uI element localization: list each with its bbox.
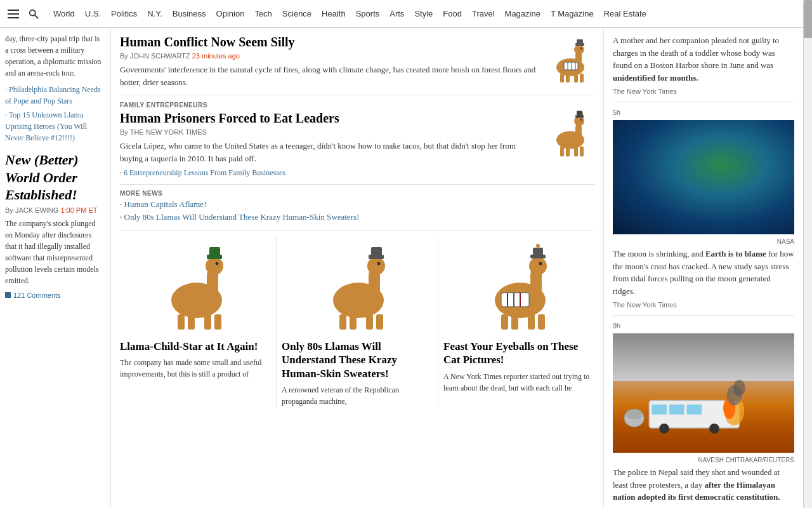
card-2-body: A renowned veteran of the Republican pro… [282, 384, 433, 407]
article-1: Human Conflict Now Seem Silly By JOHN SC… [120, 28, 594, 95]
svg-rect-74 [687, 404, 702, 415]
right-sidebar: A mother and her companion pleaded not g… [604, 28, 794, 508]
comments-link[interactable]: 121 Comments [5, 291, 104, 299]
article-1-main: Human Conflict Now Seem Silly By JOHN SC… [120, 34, 594, 88]
svg-point-80 [733, 380, 745, 396]
right-item-2-image [613, 120, 794, 234]
svg-point-35 [216, 262, 219, 265]
left-headline[interactable]: New (Better) World Order Established! [5, 151, 104, 204]
scrollbar[interactable] [803, 0, 812, 508]
card-1-image [120, 237, 271, 332]
svg-rect-27 [580, 147, 584, 157]
right-item-1: A mother and her companion pleaded not g… [613, 28, 794, 102]
hamburger-icon[interactable] [8, 10, 19, 18]
article-1-byline-time: 23 minutes ago [192, 52, 240, 60]
nav-business[interactable]: Business [167, 9, 211, 18]
article-1-text: Human Conflict Now Seem Silly By JOHN SC… [120, 34, 537, 88]
article-1-headline[interactable]: Human Conflict Now Seem Silly [120, 34, 537, 50]
nav-health[interactable]: Health [317, 9, 351, 18]
card-3-image [443, 237, 594, 332]
svg-rect-10 [574, 74, 578, 83]
svg-point-47 [377, 262, 381, 265]
search-icon[interactable] [28, 8, 39, 20]
card-1: Llama-Child-Star at It Again! The compan… [120, 237, 277, 407]
svg-rect-38 [204, 314, 211, 330]
right-item-3-image [613, 333, 794, 453]
top-navigation: World U.S. Politics N.Y. Business Opinio… [0, 0, 812, 28]
article-2-label: FAMILY ENTREPRENEURS [120, 102, 537, 109]
svg-point-82 [626, 410, 642, 420]
nav-ny[interactable]: N.Y. [142, 9, 167, 18]
more-news-link-2[interactable]: Only 80s Llamas Will Understand These Kr… [120, 212, 594, 222]
nav-arts[interactable]: Arts [384, 9, 409, 18]
card-1-headline[interactable]: Llama-Child-Star at It Again! [120, 340, 271, 353]
nav-opinion[interactable]: Opinion [211, 9, 250, 18]
scrollbar-thumb[interactable] [804, 0, 812, 38]
svg-rect-41 [209, 247, 220, 256]
svg-point-23 [580, 119, 582, 121]
svg-point-0 [30, 10, 36, 15]
left-link-1[interactable]: Philadelphia Balancing Needs of Pope and… [5, 85, 101, 105]
left-byline-name: By JACK EWING [5, 206, 58, 214]
more-news-link-1[interactable]: Human Capitals Aflame! [120, 199, 594, 210]
left-byline: By JACK EWING 1:00 PM ET [5, 206, 104, 214]
right-item-3: 9h [613, 316, 794, 508]
nav-links-container: World U.S. Politics N.Y. Business Opinio… [48, 9, 652, 18]
nav-us[interactable]: U.S. [80, 9, 106, 18]
svg-point-4 [574, 45, 584, 54]
protest-image [613, 333, 794, 453]
nav-magazine[interactable]: Magazine [500, 9, 546, 18]
article-2-byline-name: By THE NEW YORK TIMES [120, 128, 207, 136]
right-item-1-body-bold: unidentified for months. [613, 73, 698, 83]
left-links-list: Philadelphia Balancing Needs of Pope and… [5, 84, 104, 144]
article-1-byline-name: By JOHN SCHWARTZ [120, 52, 190, 60]
svg-rect-25 [566, 147, 570, 157]
card-2-headline[interactable]: Only 80s Llamas Will Understand These Kr… [282, 340, 433, 380]
list-item: Top 15 Unknown Llama Uprising Heroes (Yo… [5, 109, 104, 144]
nav-science[interactable]: Science [277, 9, 317, 18]
nav-realestate[interactable]: Real Estate [599, 9, 652, 18]
right-item-2-body-bold: Earth is to blame [705, 249, 766, 258]
card-3-headline[interactable]: Feast Your Eyeballs on These Cat Picture… [443, 340, 594, 367]
article-2-main: FAMILY ENTREPRENEURS Human Prisoners For… [120, 102, 594, 178]
right-item-2-source: The New York Times [613, 301, 794, 309]
svg-point-75 [659, 424, 669, 434]
right-item-2-body: The moon is shrinking, and Earth is to b… [613, 248, 794, 297]
right-item-3-caption: NAVESH CHITRAKAR/REUTERS [613, 457, 794, 464]
nav-food[interactable]: Food [438, 9, 467, 18]
nav-world[interactable]: World [48, 9, 80, 18]
comments-icon [5, 292, 11, 298]
svg-rect-50 [366, 314, 373, 330]
svg-rect-72 [652, 404, 667, 415]
svg-rect-64 [501, 293, 529, 307]
nav-style[interactable]: Style [409, 9, 438, 18]
nav-travel[interactable]: Travel [467, 9, 500, 18]
svg-line-1 [35, 15, 38, 18]
svg-point-70 [536, 244, 540, 248]
svg-rect-37 [188, 314, 195, 330]
svg-rect-69 [533, 248, 543, 256]
nav-sports[interactable]: Sports [351, 9, 385, 18]
right-item-2-body-before: The moon is shrinking, and [613, 249, 705, 258]
nav-tmagazine[interactable]: T Magazine [546, 9, 599, 18]
svg-point-7 [580, 48, 582, 50]
card-3-body: A New York Times reporter started out tr… [443, 371, 594, 394]
nav-tech[interactable]: Tech [249, 9, 277, 18]
svg-point-59 [539, 262, 542, 265]
main-content: Human Conflict Now Seem Silly By JOHN SC… [111, 28, 604, 508]
more-news-label: MORE NEWS [120, 190, 594, 197]
article-2-headline[interactable]: Human Prisoners Forced to Eat Leaders [120, 110, 537, 126]
svg-rect-48 [339, 314, 346, 330]
svg-rect-51 [376, 314, 383, 330]
card-2: Only 80s Llamas Will Understand These Kr… [277, 237, 438, 407]
svg-rect-29 [577, 111, 582, 116]
nav-icon-group [8, 8, 39, 20]
right-item-1-body-before: A mother and her companion pleaded not g… [613, 36, 779, 70]
svg-point-44 [367, 257, 385, 275]
card-1-body: The company has made some small and usef… [120, 357, 271, 380]
svg-rect-19 [575, 125, 582, 140]
nav-politics[interactable]: Politics [106, 9, 142, 18]
right-item-3-body: The police in Nepal said they shot and w… [613, 466, 794, 504]
article-2-sublink[interactable]: 6 Entrepreneurship Lessons From Family B… [120, 168, 537, 178]
left-link-2[interactable]: Top 15 Unknown Llama Uprising Heroes (Yo… [5, 110, 87, 142]
